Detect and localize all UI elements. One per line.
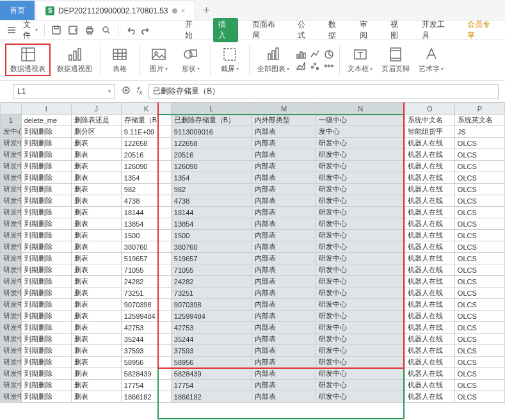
cell[interactable]: 20516 [171, 149, 252, 161]
col-header[interactable]: J [71, 103, 121, 115]
cell[interactable]: 研发中心 [316, 264, 405, 276]
cell[interactable]: 122658 [121, 138, 171, 149]
cell[interactable]: 删表 [71, 299, 121, 311]
bar-chart-icon[interactable] [296, 49, 306, 60]
select-all-corner[interactable] [1, 103, 22, 115]
cell[interactable]: 研发中心 [316, 322, 405, 334]
cell[interactable]: 内部表 [252, 391, 316, 403]
cell[interactable]: 研发中心 [316, 138, 405, 149]
cell[interactable]: 到期删除 [21, 126, 71, 138]
cell[interactable]: 机器人在线 [405, 334, 454, 345]
cell[interactable]: 删表 [71, 253, 121, 264]
row-header[interactable]: 研发中心 [1, 230, 22, 241]
cell[interactable]: 20516 [121, 149, 171, 161]
cell[interactable]: OLCS [454, 276, 504, 287]
row-header[interactable]: 研发中心 [1, 311, 22, 322]
cell[interactable]: 9.11E+09 [121, 126, 171, 138]
btn-textbox[interactable]: 文本框▾ [345, 46, 375, 74]
cell[interactable]: 删表 [71, 391, 121, 403]
cell[interactable]: 机器人在线 [405, 391, 454, 403]
row-header[interactable]: 发中心 [1, 126, 22, 138]
grid[interactable]: IJKLMNOP1delete_me删除表还是存储量（B已删除存储量（B）内外部… [0, 102, 505, 403]
cell[interactable]: 35244 [121, 334, 171, 345]
cell[interactable]: 到期删除 [21, 230, 71, 241]
hamburger-icon[interactable] [6, 25, 17, 35]
cell[interactable]: OLCS [454, 345, 504, 357]
row-header[interactable]: 研发中心 [1, 276, 22, 287]
cell[interactable]: 删表 [71, 380, 121, 391]
cell[interactable]: 机器人在线 [405, 195, 454, 207]
cell[interactable]: OLCS [454, 184, 504, 195]
cell[interactable]: 研发中心 [316, 368, 405, 380]
row-header[interactable]: 1 [1, 115, 22, 126]
cell[interactable]: 删表 [71, 184, 121, 195]
cell[interactable]: 内部表 [252, 241, 316, 253]
cell[interactable]: JS [454, 126, 504, 138]
cell[interactable]: 机器人在线 [405, 207, 454, 218]
cell[interactable]: 12599484 [121, 311, 171, 322]
cell[interactable]: 到期删除 [21, 345, 71, 357]
menu-layout[interactable]: 页面布局 [250, 17, 284, 44]
row-header[interactable]: 研发中心 [1, 138, 22, 149]
cell[interactable]: 内部表 [252, 230, 316, 241]
cell[interactable]: OLCS [454, 253, 504, 264]
cell[interactable]: OLCS [454, 161, 504, 172]
row-header[interactable]: 研发中心 [1, 368, 22, 380]
cell[interactable]: 42753 [121, 322, 171, 334]
cell[interactable]: 1354 [171, 172, 252, 184]
cell[interactable]: 机器人在线 [405, 138, 454, 149]
formula-input[interactable]: 已删除存储量（B） [148, 84, 499, 99]
cell[interactable]: 机器人在线 [405, 299, 454, 311]
cell[interactable]: 研发中心 [316, 276, 405, 287]
cell[interactable]: 内部表 [252, 264, 316, 276]
menu-view[interactable]: 视图 [388, 17, 408, 44]
cell[interactable]: 到期删除 [21, 207, 71, 218]
cell[interactable]: OLCS [454, 207, 504, 218]
menu-start[interactable]: 开始 [182, 17, 202, 44]
cell[interactable]: 58956 [171, 357, 252, 368]
cell[interactable]: 系统英文名 [454, 115, 504, 126]
spreadsheet[interactable]: IJKLMNOP1delete_me删除表还是存储量（B已删除存储量（B）内外部… [0, 102, 505, 419]
scatter-chart-icon[interactable] [310, 61, 320, 71]
cell[interactable]: 机器人在线 [405, 161, 454, 172]
cell[interactable]: 删表 [71, 241, 121, 253]
cell[interactable]: 删除表还是 [71, 115, 121, 126]
menu-data[interactable]: 数据 [326, 17, 346, 44]
row-header[interactable]: 研发中心 [1, 334, 22, 345]
cell[interactable]: 研发中心 [316, 230, 405, 241]
cell[interactable]: 到期删除 [21, 276, 71, 287]
col-header[interactable]: M [252, 103, 316, 115]
menu-dev[interactable]: 开发工具 [419, 17, 453, 44]
cell[interactable]: 研发中心 [316, 184, 405, 195]
cell[interactable]: 内部表 [252, 368, 316, 380]
cell[interactable]: 存储量（B [121, 115, 171, 126]
row-header[interactable]: 研发中心 [1, 172, 22, 184]
row-header[interactable]: 研发中心 [1, 322, 22, 334]
cell[interactable]: 研发中心 [316, 195, 405, 207]
row-header[interactable]: 研发中心 [1, 195, 22, 207]
btn-shape[interactable]: 形状▾ [177, 46, 205, 74]
cell[interactable]: 73251 [171, 287, 252, 299]
cell[interactable]: 机器人在线 [405, 276, 454, 287]
cell[interactable]: 到期删除 [21, 391, 71, 403]
cell[interactable]: 内部表 [252, 311, 316, 322]
cell[interactable]: 17754 [121, 380, 171, 391]
btn-pivot-table[interactable]: 数据透视表 [8, 46, 48, 74]
cell[interactable]: 机器人在线 [405, 230, 454, 241]
menu-vip[interactable]: 会员专享 [465, 17, 499, 44]
name-box[interactable]: L1 ▾ [13, 84, 115, 99]
cell[interactable]: 删表 [71, 161, 121, 172]
cell[interactable]: 内部表 [252, 299, 316, 311]
cell[interactable]: 24282 [121, 276, 171, 287]
cell[interactable]: 研发中心 [316, 380, 405, 391]
cell[interactable]: 机器人在线 [405, 218, 454, 230]
cell[interactable]: 机器人在线 [405, 264, 454, 276]
cell[interactable]: 到期删除 [21, 357, 71, 368]
cell[interactable]: 42753 [171, 322, 252, 334]
btn-screenshot[interactable]: 截屏▾ [216, 46, 244, 74]
cell[interactable]: 内部表 [252, 334, 316, 345]
cell[interactable]: 删表 [71, 368, 121, 380]
cell[interactable]: 5828439 [171, 368, 252, 380]
col-header[interactable]: P [454, 103, 504, 115]
cell[interactable]: 删分区 [71, 126, 121, 138]
